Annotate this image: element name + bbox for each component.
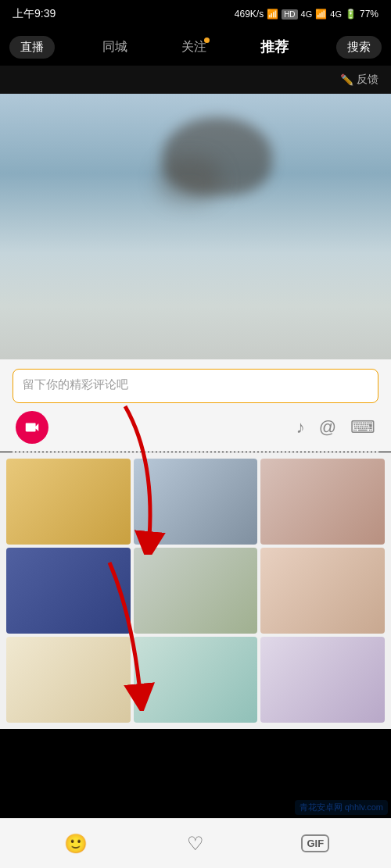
status-icons: 469K/s 📶 HD 4G 📶 4G 🔋 77%: [235, 9, 378, 20]
comment-panel: 留下你的精彩评论吧 ♪ @ ⌨: [0, 359, 391, 452]
comment-toolbar: ♪ @ ⌨: [13, 411, 378, 444]
signal-icon2: 📶: [315, 9, 327, 20]
video-camera-icon: [23, 419, 41, 436]
bottom-bar: 🙂 ♡ GIF: [0, 818, 391, 868]
gif-grid-area: [0, 452, 391, 729]
gif-cell-4-content: [6, 548, 131, 634]
gif-cell-1[interactable]: [6, 459, 131, 545]
gif-cell-5-content: [134, 548, 258, 634]
heart-icon: ♡: [187, 833, 204, 855]
emoji-icon: 🙂: [64, 833, 88, 855]
gif-cell-5[interactable]: [134, 548, 258, 634]
video-record-button[interactable]: [16, 411, 48, 444]
nav-search-button[interactable]: 搜索: [336, 36, 382, 59]
nav-nearby[interactable]: 同城: [96, 36, 134, 59]
gif-cell-6-content: [260, 548, 385, 634]
video-area: [0, 94, 391, 359]
gif-cell-2[interactable]: [134, 459, 258, 545]
comment-placeholder: 留下你的精彩评论吧: [23, 377, 128, 391]
emoji-button[interactable]: 🙂: [59, 827, 93, 861]
speed-indicator: 469K/s: [235, 9, 264, 20]
hd-icon: HD: [282, 9, 297, 20]
gif-cell-2-content: [134, 459, 258, 545]
gif-cell-6[interactable]: [260, 548, 385, 634]
signal-icon: 📶: [267, 9, 278, 20]
heart-button[interactable]: ♡: [178, 827, 213, 861]
status-time: 上午9:39: [13, 7, 56, 21]
4g-icon: 4G: [301, 9, 313, 19]
nav-live-button[interactable]: 直播: [9, 36, 55, 59]
pencil-icon: ✏️: [340, 73, 353, 86]
gif-cell-7[interactable]: [6, 637, 131, 723]
gif-cell-9[interactable]: [260, 637, 385, 723]
music-note-icon[interactable]: ♪: [296, 417, 305, 438]
video-object-2: [158, 156, 221, 203]
gif-button[interactable]: GIF: [298, 827, 332, 861]
gif-cell-4[interactable]: [6, 548, 131, 634]
comment-input[interactable]: 留下你的精彩评论吧: [13, 369, 378, 403]
4g-icon2: 4G: [330, 9, 342, 19]
at-icon[interactable]: @: [319, 417, 336, 438]
status-bar: 上午9:39 469K/s 📶 HD 4G 📶 4G 🔋 77%: [0, 0, 391, 28]
nav-recommend[interactable]: 推荐: [254, 34, 295, 59]
feedback-button[interactable]: ✏️ 反馈: [340, 73, 378, 87]
gif-cell-3[interactable]: [260, 459, 385, 545]
top-nav: 直播 同城 关注 推荐 搜索: [0, 28, 391, 66]
battery-pct: 77%: [360, 9, 378, 20]
gif-cell-8[interactable]: [134, 637, 258, 723]
keyboard-icon[interactable]: ⌨: [350, 417, 375, 438]
gif-cell-3-content: [260, 459, 385, 545]
watermark-text: 青花安卓网 qhhlv.com: [300, 802, 383, 812]
nav-following[interactable]: 关注: [175, 36, 213, 59]
battery-icon: 🔋: [345, 9, 357, 20]
gif-cell-1-content: [6, 459, 131, 545]
feedback-bar: ✏️ 反馈: [0, 66, 391, 94]
gif-cell-8-content: [134, 637, 258, 723]
toolbar-right: ♪ @ ⌨: [296, 417, 375, 438]
gif-cell-7-content: [6, 637, 131, 723]
gif-cell-9-content: [260, 637, 385, 723]
toolbar-left: [16, 411, 48, 444]
gif-label: GIF: [301, 834, 329, 852]
watermark: 青花安卓网 qhhlv.com: [295, 800, 388, 815]
feedback-label: 反馈: [357, 73, 378, 87]
